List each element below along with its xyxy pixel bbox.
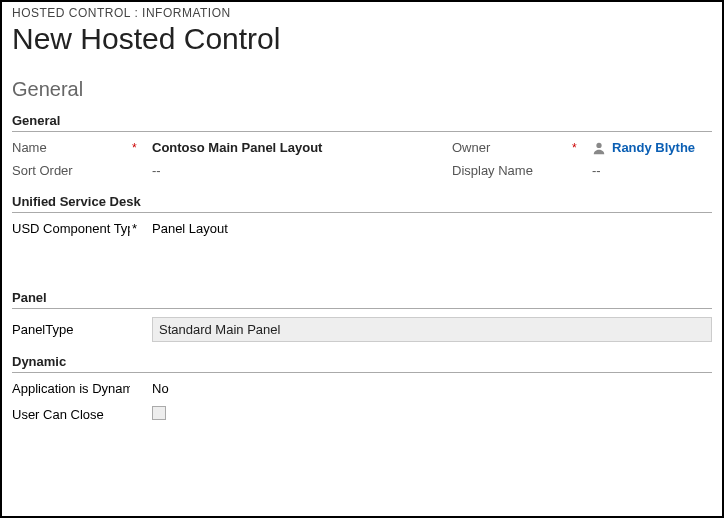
sort-order-label: Sort Order [12, 163, 132, 178]
display-name-label: Display Name [452, 163, 572, 178]
panel-type-label: PanelType [12, 322, 132, 337]
owner-label: Owner [452, 140, 572, 155]
name-value[interactable]: Contoso Main Panel Layout [152, 140, 452, 155]
owner-link[interactable]: Randy Blythe [612, 140, 695, 155]
user-close-label: User Can Close [12, 407, 132, 422]
app-dynamic-value[interactable]: No [152, 381, 712, 396]
dynamic-fields: Application is Dynamic No User Can Close [12, 381, 712, 423]
panel-fields: PanelType Standard Main Panel [12, 317, 712, 342]
panel-type-select[interactable]: Standard Main Panel [152, 317, 712, 342]
group-header-usd: Unified Service Desk [12, 192, 712, 213]
group-header-general: General [12, 111, 712, 132]
svg-point-0 [596, 142, 601, 147]
user-close-checkbox-cell [152, 406, 712, 423]
section-title-general: General [12, 78, 712, 101]
breadcrumb: HOSTED CONTROL : INFORMATION [12, 6, 712, 22]
usd-fields: USD Component Type * Panel Layout [12, 221, 712, 236]
general-fields: Name * Contoso Main Panel Layout Owner *… [12, 140, 712, 178]
usd-component-required: * [132, 221, 152, 236]
name-required: * [132, 141, 152, 155]
name-label: Name [12, 140, 132, 155]
page-title: New Hosted Control [12, 22, 712, 56]
sort-order-value[interactable]: -- [152, 163, 452, 178]
user-icon [592, 141, 606, 155]
app-dynamic-label: Application is Dynamic [12, 381, 130, 396]
owner-required: * [572, 141, 592, 155]
group-header-panel: Panel [12, 288, 712, 309]
user-close-checkbox[interactable] [152, 406, 166, 420]
usd-component-label: USD Component Type [12, 221, 130, 236]
group-header-dynamic: Dynamic [12, 352, 712, 373]
display-name-value[interactable]: -- [592, 163, 724, 178]
usd-component-value[interactable]: Panel Layout [152, 221, 712, 236]
owner-value-cell[interactable]: Randy Blythe [592, 140, 724, 155]
